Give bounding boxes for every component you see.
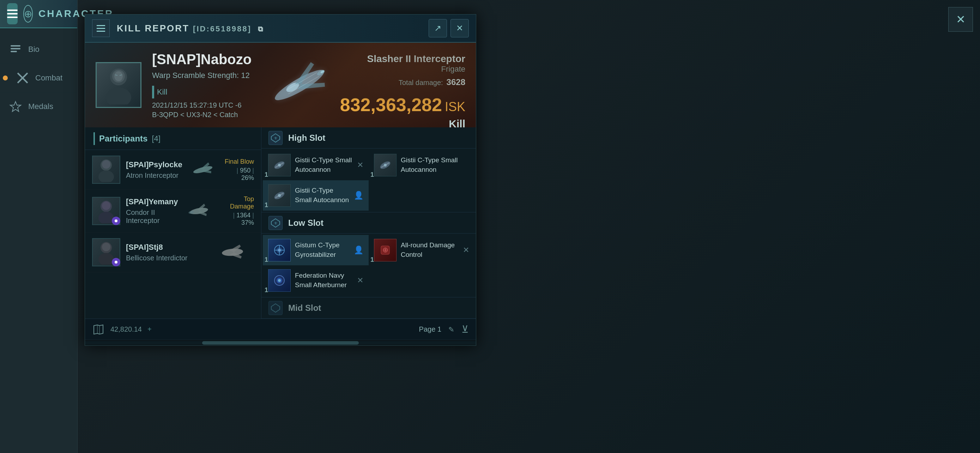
ship-class: Frigate bbox=[340, 65, 465, 74]
person-icon[interactable]: 👤 bbox=[354, 191, 363, 200]
rank-badge bbox=[112, 217, 120, 225]
item-close-icon[interactable]: ✕ bbox=[357, 161, 363, 170]
isk-value: 832,363,282 bbox=[340, 95, 442, 114]
slots-panel: ⚜ High Slot 1 bbox=[261, 127, 476, 319]
item-name: Federation Navy Small Afterburner bbox=[295, 271, 353, 290]
ship-icon-1 bbox=[188, 156, 218, 184]
copy-icon[interactable]: ⧉ bbox=[258, 25, 264, 33]
sidebar-menu-button[interactable] bbox=[7, 3, 18, 24]
slot-item[interactable]: 1 Gistii C-Type Small Autocannon 👤 bbox=[263, 180, 369, 211]
app-close-button[interactable]: ✕ bbox=[948, 7, 973, 32]
ship-type: Slasher II Interceptor bbox=[340, 53, 465, 65]
participant-name-1: [SPAI]Psylocke bbox=[126, 160, 182, 169]
filter-icon[interactable]: ⊻ bbox=[461, 324, 469, 335]
person-icon[interactable]: 👤 bbox=[354, 246, 363, 255]
svg-point-7 bbox=[106, 87, 131, 105]
menu-line bbox=[97, 28, 105, 29]
svg-point-56 bbox=[278, 249, 281, 251]
item-qty: 1 bbox=[264, 286, 268, 294]
participant-ship-1: Atron Interceptor bbox=[126, 172, 182, 180]
title-bar: KILL REPORT [ID:6518988] ⧉ ↗ ✕ bbox=[85, 14, 476, 43]
bio-icon bbox=[8, 42, 22, 56]
export-button[interactable]: ↗ bbox=[429, 19, 447, 37]
mid-slot-icon bbox=[269, 301, 283, 315]
participant-item[interactable]: [SPAI]Yemany Condor II Interceptor T bbox=[85, 190, 261, 232]
participant-item[interactable]: [SPAI]Stj8 Bellicose Interdictor bbox=[85, 232, 261, 272]
scrollbar-thumb[interactable] bbox=[202, 341, 358, 345]
item-close-icon[interactable]: ✕ bbox=[463, 246, 469, 255]
footer-value: 42,820.14 bbox=[110, 325, 142, 334]
svg-marker-62 bbox=[271, 304, 280, 312]
item-qty: 1 bbox=[264, 202, 268, 209]
ship-icon-3 bbox=[216, 238, 248, 266]
window-title: KILL REPORT [ID:6518988] ⧉ bbox=[117, 23, 422, 34]
high-slot-icon: ⚜ bbox=[269, 131, 283, 145]
scrollbar-track bbox=[85, 341, 476, 345]
participant-avatar-2 bbox=[92, 197, 120, 225]
participant-avatar-3 bbox=[92, 238, 120, 266]
participant-stats-1: Final Blow | 950 | 26% bbox=[224, 158, 254, 182]
item-close-icon[interactable]: ✕ bbox=[357, 276, 363, 285]
svg-point-49 bbox=[278, 194, 281, 197]
participant-details-2: [SPAI]Yemany Condor II Interceptor bbox=[126, 197, 178, 225]
medals-icon bbox=[8, 100, 22, 114]
item-qty: 1 bbox=[264, 256, 268, 264]
stat-percent-1: 26% bbox=[241, 174, 254, 181]
participant-item[interactable]: [SPAI]Psylocke Atron Interceptor Final B… bbox=[85, 150, 261, 190]
section-bar bbox=[94, 132, 95, 145]
svg-marker-5 bbox=[10, 102, 21, 111]
window-menu-button[interactable] bbox=[92, 19, 110, 37]
medals-label: Medals bbox=[28, 102, 53, 111]
slot-item[interactable]: 1 ⊕ All-round Damage Control ✕ bbox=[369, 235, 474, 265]
participants-title: Participants bbox=[99, 134, 148, 144]
mid-slot-header: Mid Slot bbox=[261, 297, 476, 319]
ship-icon-2 bbox=[184, 197, 214, 225]
combat-label: Combat bbox=[35, 73, 62, 83]
slot-item[interactable]: 1 Gistum C-Type Gyrostabilizer 👤 bbox=[263, 235, 369, 265]
svg-point-28 bbox=[102, 202, 110, 210]
svg-text:⊕: ⊕ bbox=[382, 246, 388, 254]
kill-datetime: 2021/12/15 15:27:19 UTC -6 bbox=[152, 101, 455, 110]
bio-label: Bio bbox=[28, 45, 40, 54]
svg-point-46 bbox=[384, 164, 387, 167]
character-logo: ⊕ bbox=[23, 5, 33, 22]
low-slot-icon: ⚜ bbox=[269, 216, 283, 230]
svg-point-16 bbox=[316, 69, 326, 76]
kill-result: Kill bbox=[340, 118, 465, 127]
sidebar-item-combat[interactable]: Combat bbox=[0, 64, 77, 92]
slot-item[interactable]: 1 Gistii C-Type Small Autocannon ✕ bbox=[263, 150, 369, 180]
kill-location: B-3QPD < UX3-N2 < Catch bbox=[152, 111, 455, 119]
participant-ship-2: Condor II Interceptor bbox=[126, 208, 178, 225]
stat-damage-2: 1364 bbox=[236, 212, 250, 219]
svg-marker-15 bbox=[296, 74, 326, 99]
svg-point-35 bbox=[102, 243, 110, 251]
svg-point-22 bbox=[102, 160, 110, 168]
participant-avatar-1 bbox=[92, 156, 120, 184]
character-panel: ⊕ CHARACTER Bio Combat bbox=[0, 0, 78, 453]
close-button[interactable]: ✕ bbox=[450, 19, 469, 37]
footer-plus[interactable]: + bbox=[148, 325, 152, 334]
slot-item[interactable]: 1 Federation Navy Small Afterburner ✕ bbox=[263, 265, 369, 296]
item-qty: 1 bbox=[371, 256, 374, 264]
slot-item[interactable]: 1 Gistii C-Type Small Autocannon bbox=[369, 150, 474, 180]
ship-silhouette bbox=[250, 50, 349, 120]
item-name: Gistii C-Type Small Autocannon bbox=[401, 156, 469, 174]
sidebar-item-bio[interactable]: Bio bbox=[0, 35, 77, 64]
top-damage-label: Top Damage bbox=[220, 196, 254, 210]
pilot-name: [SNAP]Nabozo bbox=[152, 51, 455, 67]
svg-rect-1 bbox=[11, 48, 21, 49]
item-thumbnail bbox=[374, 154, 396, 176]
sidebar-item-medals[interactable]: Medals bbox=[0, 92, 77, 121]
ship-display bbox=[250, 50, 349, 120]
low-slot-header: ⚜ Low Slot bbox=[261, 212, 476, 234]
final-blow-label: Final Blow bbox=[224, 158, 254, 165]
kill-footer: 42,820.14 + Page 1 ✎ ⊻ bbox=[85, 319, 476, 340]
item-thumbnail bbox=[268, 239, 291, 261]
participant-name-2: [SPAI]Yemany bbox=[126, 197, 178, 207]
high-slot-header: ⚜ High Slot bbox=[261, 127, 476, 149]
low-slot-section: ⚜ Low Slot 1 bbox=[261, 212, 476, 297]
edit-icon[interactable]: ✎ bbox=[449, 325, 454, 334]
svg-rect-2 bbox=[11, 51, 17, 52]
kill-stats: Slasher II Interceptor Frigate Total dam… bbox=[340, 53, 465, 127]
page-label: Page 1 bbox=[419, 325, 441, 334]
